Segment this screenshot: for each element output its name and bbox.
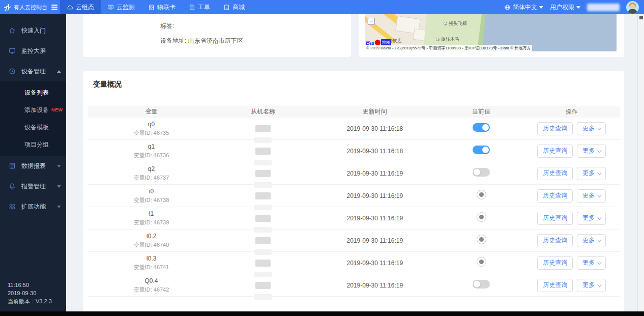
poi-marker-icon [436, 38, 440, 41]
table-row: q2 变量ID: 46737 2019-09-30 11:16:19 历史查询 … [87, 162, 620, 185]
sidebar-item-alarm-mgmt[interactable]: 报警管理 [0, 176, 66, 196]
current-value-control[interactable] [477, 212, 486, 224]
device-mgmt-submenu: 设备列表 添加设备 NEW 设备模板 项目分组 [0, 81, 66, 156]
variable-name: q0 [87, 121, 215, 128]
sidebar-item-data-report[interactable]: 数据报表 [0, 156, 66, 176]
sidebar-subitem-device-template[interactable]: 设备模板 [0, 119, 66, 136]
map-zoom-out-button[interactable]: − [368, 18, 375, 25]
permission-selector[interactable]: 用户权限 [550, 3, 580, 12]
variable-id: 变量ID: 46737 [87, 174, 215, 181]
slave-name-cell [215, 118, 311, 140]
variable-name: i0 [87, 188, 215, 195]
subitem-label: 项目分组 [24, 136, 49, 153]
sidebar-item-label: 扩展功能 [21, 203, 51, 211]
current-value-control[interactable] [477, 257, 486, 269]
variable-id: 变量ID: 46735 [87, 129, 215, 136]
current-value-cell [438, 212, 523, 224]
col-header-variable: 变量 [87, 107, 215, 116]
more-button[interactable]: 更多 [577, 189, 606, 203]
sidebar-footer: 11:16:50 2019-09-30 当前版本：V3.2.3 [8, 281, 52, 305]
update-time-cell: 2019-09-30 11:16:18 [311, 148, 438, 155]
history-query-button[interactable]: 历史查询 [537, 212, 573, 225]
actions-cell: 历史查询 更多 [524, 167, 620, 180]
language-selector[interactable]: 简体中文 [504, 3, 543, 12]
apps-grid-icon [9, 203, 16, 210]
variable-cell: q0 变量ID: 46735 [87, 121, 215, 136]
variables-table-body: q0 变量ID: 46735 2019-09-30 11:16:18 历史查询 … [87, 118, 620, 297]
toggle-switch[interactable] [473, 123, 490, 132]
more-button[interactable]: 更多 [577, 256, 606, 270]
history-query-button[interactable]: 历史查询 [537, 189, 573, 203]
sidebar-item-quickstart[interactable]: 快速入门 [0, 20, 66, 41]
tab-iot-card[interactable]: 物联卡 [141, 0, 182, 14]
history-query-button[interactable]: 历史查询 [537, 167, 573, 180]
sidebar-item-label: 报警管理 [21, 182, 51, 191]
more-button[interactable]: 更多 [577, 122, 606, 135]
globe-icon [504, 4, 511, 11]
variable-name: I0.2 [87, 233, 215, 240]
sidebar-subitem-device-list[interactable]: 设备列表 [0, 84, 66, 101]
sidebar-subitem-add-device[interactable]: 添加设备 NEW [0, 101, 66, 119]
history-query-button[interactable]: 历史查询 [537, 234, 573, 247]
toggle-switch[interactable] [473, 168, 490, 177]
actions-cell: 历史查询 更多 [524, 279, 620, 292]
table-row: q1 变量ID: 46736 2019-09-30 11:16:18 历史查询 … [87, 140, 620, 162]
tab-cloud-scada[interactable]: 云组态 [60, 0, 101, 14]
home-icon [9, 27, 16, 34]
variable-cell: q1 变量ID: 46736 [87, 143, 215, 159]
current-value-control[interactable] [477, 190, 486, 202]
table-row: i0 变量ID: 46738 2019-09-30 11:16:19 历史查询 … [87, 185, 620, 207]
baidu-map[interactable]: 摇头飞椅 旋转木马 冷饮店 − Bai 地图 © 2019 Baidu - GS… [365, 14, 617, 51]
current-value-control[interactable] [473, 168, 490, 179]
current-value-control[interactable] [477, 235, 486, 246]
radio-indicator [477, 235, 486, 244]
gauge-icon [9, 68, 16, 75]
variables-card: 变量概况 变量 从机名称 更新时间 当前值 操作 q0 变量ID: 46735 … [83, 71, 624, 316]
col-header-actions: 操作 [524, 107, 620, 116]
current-value-cell [438, 168, 523, 179]
more-button[interactable]: 更多 [577, 212, 606, 225]
toggle-switch[interactable] [473, 146, 490, 154]
more-button[interactable]: 更多 [577, 167, 606, 180]
scrollbar-thumb[interactable] [639, 16, 643, 19]
current-value-cell [438, 146, 523, 156]
subitem-label: 设备模板 [24, 119, 49, 136]
history-query-button[interactable]: 历史查询 [537, 122, 573, 135]
chevron-down-icon [597, 148, 601, 152]
sidebar-item-device-mgmt[interactable]: 设备管理 [0, 61, 66, 81]
sidebar-subitem-project-group[interactable]: 项目分组 [0, 136, 66, 153]
chevron-down-icon [57, 185, 61, 188]
chevron-down-icon [597, 282, 601, 286]
more-label: 更多 [582, 281, 595, 290]
vertical-scrollbar[interactable] [637, 14, 644, 311]
tab-mall[interactable]: 商城 [217, 0, 251, 14]
actions-cell: 历史查询 更多 [524, 256, 620, 270]
more-button[interactable]: 更多 [577, 234, 606, 247]
poi-label: 摇头飞椅 [449, 20, 467, 27]
variable-name: i1 [87, 210, 215, 217]
more-button[interactable]: 更多 [577, 145, 606, 158]
update-time-cell: 2019-09-30 11:16:19 [311, 215, 438, 222]
more-button[interactable]: 更多 [577, 279, 606, 292]
avatar[interactable] [626, 1, 639, 14]
actions-cell: 历史查询 更多 [524, 234, 620, 247]
sidebar-item-label: 设备管理 [21, 67, 51, 76]
history-query-button[interactable]: 历史查询 [537, 256, 573, 270]
current-value-control[interactable] [473, 123, 490, 134]
history-query-button[interactable]: 历史查询 [537, 145, 573, 158]
slave-name-redacted [255, 215, 271, 222]
topnav-right: 简体中文 用户权限 [504, 0, 644, 14]
sidebar-item-extensions[interactable]: 扩展功能 [0, 196, 66, 217]
current-value-control[interactable] [473, 280, 490, 291]
more-label: 更多 [582, 214, 595, 222]
sidebar-item-label: 快速入门 [21, 26, 61, 35]
tab-work-order[interactable]: 工单 [182, 0, 217, 14]
sidebar-item-bigscreen[interactable]: 监控大屏 [0, 41, 66, 61]
divider [83, 100, 624, 100]
toggle-switch[interactable] [473, 280, 490, 289]
top-navbar: 有人云控制台 云组态 云监测 物联卡 工单 商城 简体中文 [0, 0, 644, 14]
history-query-button[interactable]: 历史查询 [537, 279, 573, 292]
current-value-control[interactable] [473, 146, 490, 156]
menu-toggle-icon[interactable] [51, 5, 57, 10]
tab-cloud-monitor[interactable]: 云监测 [101, 0, 141, 14]
